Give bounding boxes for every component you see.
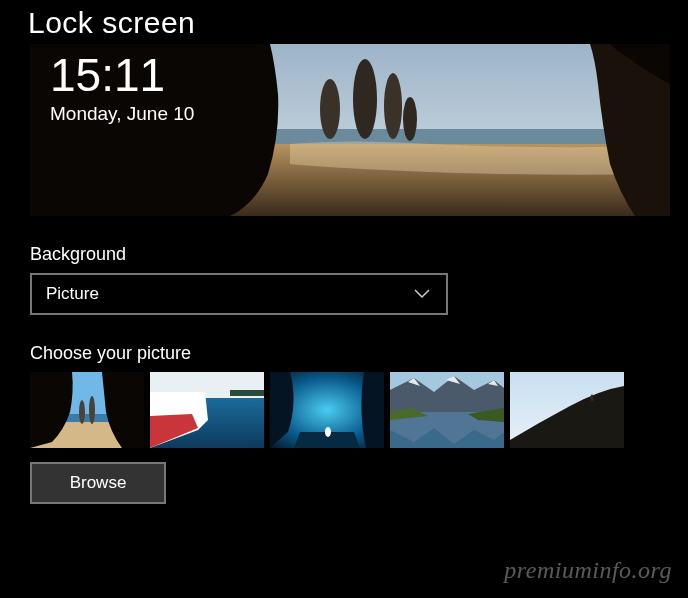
thumbnail-beach-cave[interactable] [30,372,144,448]
preview-date: Monday, June 10 [50,103,194,125]
svg-point-11 [89,396,95,424]
page-title: Lock screen [0,0,688,40]
watermark: premiuminfo.org [504,557,672,584]
thumbnail-mountain-lake[interactable] [390,372,504,448]
svg-point-20 [591,395,594,402]
background-dropdown-value: Picture [46,284,99,304]
background-label: Background [30,244,688,265]
picture-thumbnails [30,372,688,448]
choose-picture-label: Choose your picture [30,343,688,364]
preview-overlay: 15:11 Monday, June 10 [30,44,214,131]
browse-button[interactable]: Browse [30,462,166,504]
lock-screen-preview: 15:11 Monday, June 10 [30,44,670,216]
thumbnail-hillside-sky[interactable] [510,372,624,448]
preview-time: 15:11 [50,50,194,101]
svg-point-5 [384,73,402,139]
background-dropdown[interactable]: Picture [30,273,448,315]
browse-button-label: Browse [70,473,127,493]
svg-point-10 [79,400,85,424]
svg-rect-14 [230,390,264,396]
svg-point-3 [320,79,340,139]
chevron-down-icon [412,284,432,304]
thumbnail-ice-cave[interactable] [270,372,384,448]
svg-point-4 [353,59,377,139]
svg-point-16 [325,427,331,437]
svg-point-6 [403,97,417,141]
thumbnail-boat-ocean[interactable] [150,372,264,448]
